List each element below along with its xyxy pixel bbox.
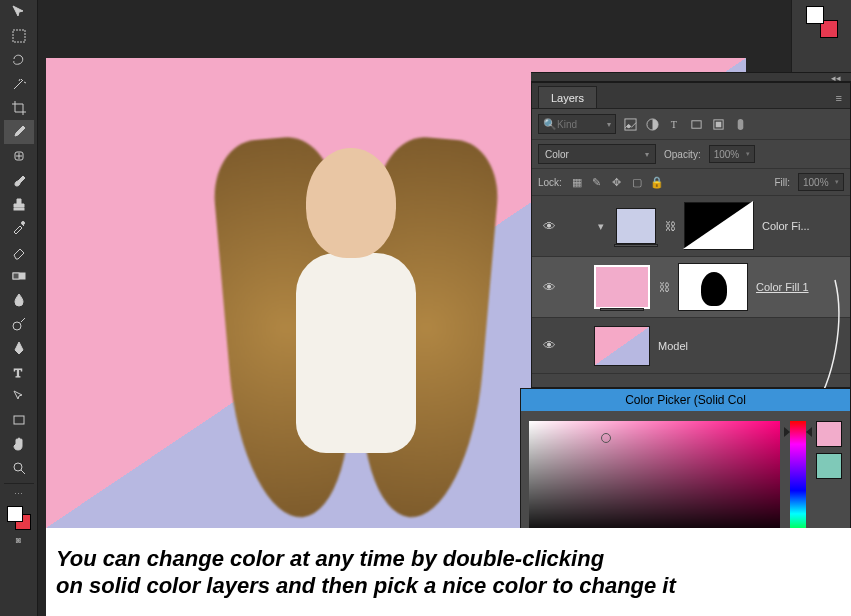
svg-point-3 (21, 222, 24, 225)
fill-value: 100% (803, 177, 829, 188)
svg-rect-17 (737, 118, 743, 129)
visibility-toggle[interactable]: 👁 (540, 219, 558, 234)
panel-collapse-bar[interactable]: ◂◂ (531, 72, 851, 82)
sv-cursor[interactable] (601, 433, 611, 443)
kind-input[interactable] (557, 119, 597, 130)
tool-eraser[interactable] (4, 240, 34, 264)
layer-name[interactable]: Color Fill 1 (756, 281, 809, 293)
fill-input[interactable]: 100% ▾ (798, 173, 844, 191)
chevron-down-icon: ▾ (607, 120, 611, 129)
layer-name[interactable]: Color Fi... (762, 220, 810, 232)
svg-text:T: T (670, 119, 677, 130)
fg-bg-swatch[interactable] (4, 503, 34, 533)
mask-link-icon[interactable]: ⛓ (658, 281, 670, 293)
tool-lasso[interactable] (4, 48, 34, 72)
model-image (196, 118, 516, 528)
tool-type[interactable]: T (4, 360, 34, 384)
blend-mode-value: Color (545, 149, 569, 160)
tool-zoom[interactable] (4, 456, 34, 480)
filter-toggle-icon[interactable] (732, 116, 748, 132)
layer-kind-filter[interactable]: 🔍 ▾ (538, 114, 616, 134)
tool-brush[interactable] (4, 168, 34, 192)
mini-fg-bg-swatch[interactable] (806, 6, 838, 38)
color-picker-title: Color Picker (Solid Col (521, 389, 850, 411)
tool-gradient[interactable] (4, 264, 34, 288)
visibility-toggle[interactable]: 👁 (540, 338, 558, 353)
saturation-value-field[interactable] (529, 421, 780, 537)
layer-thumbnail[interactable] (594, 326, 650, 366)
tool-path-select[interactable] (4, 384, 34, 408)
color-picker-dialog[interactable]: Color Picker (Solid Col (520, 388, 851, 548)
opacity-value: 100% (714, 149, 740, 160)
tool-crop[interactable] (4, 96, 34, 120)
previous-color-swatch[interactable] (816, 453, 842, 479)
layer-mask-thumbnail[interactable] (684, 202, 754, 250)
tool-hand[interactable] (4, 432, 34, 456)
lock-transparency-icon[interactable]: ▦ (570, 175, 584, 189)
hue-slider[interactable] (790, 421, 806, 537)
blend-mode-dropdown[interactable]: Color ▾ (538, 144, 656, 164)
layer-collapse-icon[interactable]: ▾ (594, 220, 608, 233)
opacity-input[interactable]: 100% ▾ (709, 145, 755, 163)
layers-panel: Layers ≡ 🔍 ▾ T Color ▾ Opacity: 100% ▾ L… (531, 82, 851, 388)
caption-text: You can change color at any time by doub… (56, 545, 676, 600)
lock-artboard-icon[interactable]: ▢ (630, 175, 644, 189)
toolbox: T ⋯ ◙ (0, 0, 38, 616)
ellipsis-icon[interactable]: ⋯ (14, 489, 23, 499)
tool-eyedropper[interactable] (4, 120, 34, 144)
svg-rect-8 (14, 416, 24, 424)
layer-list: 👁 ▾ ⛓ Color Fi... 👁 ⛓ Color Fill 1 👁 Mod… (532, 196, 850, 406)
svg-point-6 (13, 322, 21, 330)
filter-smart-icon[interactable] (710, 116, 726, 132)
svg-text:T: T (14, 365, 22, 380)
lock-all-icon[interactable]: 🔒 (650, 175, 664, 189)
opacity-label: Opacity: (664, 149, 701, 160)
tool-history-brush[interactable] (4, 216, 34, 240)
layer-row[interactable]: 👁 ▾ ⛓ Color Fi... (532, 196, 850, 257)
tool-move[interactable] (4, 0, 34, 24)
lock-position-icon[interactable]: ✥ (610, 175, 624, 189)
tool-pen[interactable] (4, 336, 34, 360)
svg-point-9 (14, 463, 22, 471)
filter-type-icon[interactable]: T (666, 116, 682, 132)
tool-stamp[interactable] (4, 192, 34, 216)
blend-opacity-row: Color ▾ Opacity: 100% ▾ (532, 140, 850, 169)
layer-mask-thumbnail[interactable] (678, 263, 748, 311)
foreground-color-swatch[interactable] (7, 506, 23, 522)
lock-fill-row: Lock: ▦ ✎ ✥ ▢ 🔒 Fill: 100% ▾ (532, 169, 850, 196)
filter-adjust-icon[interactable] (644, 116, 660, 132)
filter-pixel-icon[interactable] (622, 116, 638, 132)
tool-dodge[interactable] (4, 312, 34, 336)
caption-line2: on solid color layers and then pick a ni… (56, 573, 676, 598)
right-mini-panel (791, 0, 851, 72)
search-icon: 🔍 (543, 118, 557, 131)
chevron-down-icon: ▾ (645, 150, 649, 159)
tool-rectangle[interactable] (4, 408, 34, 432)
lock-icons: ▦ ✎ ✥ ▢ 🔒 (570, 175, 664, 189)
fill-label: Fill: (774, 177, 790, 188)
svg-rect-0 (13, 30, 25, 42)
tool-healing[interactable] (4, 144, 34, 168)
tab-layers[interactable]: Layers (538, 86, 597, 108)
layer-row[interactable]: 👁 Model (532, 318, 850, 374)
layer-row[interactable]: 👁 ⛓ Color Fill 1 (532, 257, 850, 318)
hue-marker-right (806, 427, 812, 437)
layer-name[interactable]: Model (658, 340, 688, 352)
layer-thumbnail[interactable] (594, 265, 650, 309)
panel-menu-icon[interactable]: ≡ (828, 88, 850, 108)
visibility-toggle[interactable]: 👁 (540, 280, 558, 295)
mask-link-icon[interactable]: ⛓ (664, 220, 676, 232)
tool-magic-wand[interactable] (4, 72, 34, 96)
mini-fg-swatch[interactable] (806, 6, 824, 24)
current-color-swatch[interactable] (816, 421, 842, 447)
quickmask-icon[interactable]: ◙ (16, 535, 21, 545)
svg-rect-2 (14, 208, 24, 210)
panel-tabbar: Layers ≡ (532, 83, 850, 109)
instruction-caption: You can change color at any time by doub… (46, 528, 851, 616)
lock-label: Lock: (538, 177, 562, 188)
tool-blur[interactable] (4, 288, 34, 312)
layer-thumbnail[interactable] (616, 208, 656, 244)
tool-marquee[interactable] (4, 24, 34, 48)
filter-shape-icon[interactable] (688, 116, 704, 132)
lock-paint-icon[interactable]: ✎ (590, 175, 604, 189)
